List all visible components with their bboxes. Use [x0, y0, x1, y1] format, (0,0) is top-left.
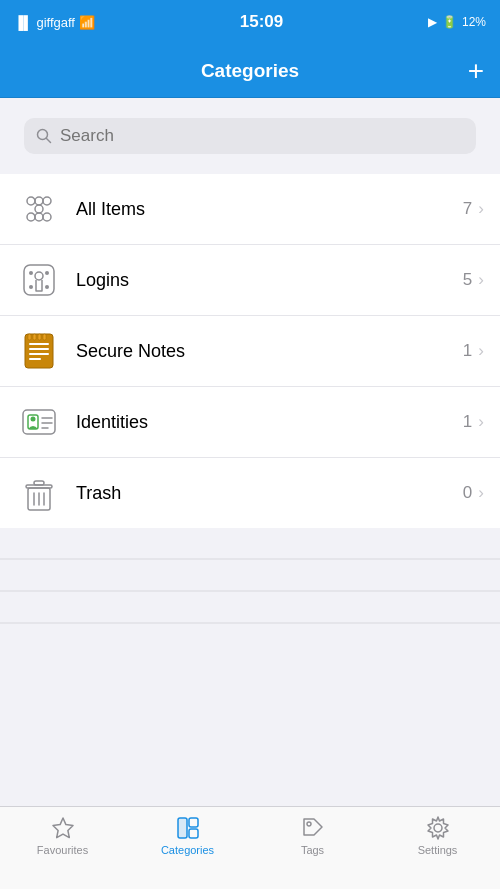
- svg-point-41: [307, 822, 311, 826]
- tab-label: Categories: [161, 844, 214, 856]
- svg-point-42: [434, 824, 442, 832]
- status-bar: ▐▌ giffgaff 📶 15:09 ▶ 🔋 12%: [0, 0, 500, 44]
- svg-rect-22: [33, 334, 36, 340]
- tab-categories[interactable]: Categories: [125, 815, 250, 856]
- category-count: 0: [463, 483, 472, 503]
- svg-rect-40: [189, 829, 198, 838]
- tab-favourites[interactable]: Favourites: [0, 815, 125, 856]
- category-count: 7: [463, 199, 472, 219]
- status-time: 15:09: [240, 12, 283, 32]
- carrier-name: giffgaff: [36, 15, 75, 30]
- svg-point-4: [27, 213, 35, 221]
- svg-point-12: [45, 271, 49, 275]
- svg-rect-33: [34, 481, 44, 485]
- svg-rect-38: [178, 818, 187, 838]
- category-label: Secure Notes: [76, 341, 463, 362]
- all-items-icon: [16, 186, 62, 232]
- status-right: ▶ 🔋 12%: [428, 15, 486, 29]
- status-left: ▐▌ giffgaff 📶: [14, 15, 95, 30]
- category-label: Trash: [76, 483, 463, 504]
- search-icon: [36, 128, 52, 144]
- divider: [0, 590, 500, 592]
- search-input[interactable]: [60, 126, 464, 146]
- categories-icon: [175, 815, 201, 841]
- svg-rect-39: [189, 818, 198, 827]
- svg-point-11: [29, 271, 33, 275]
- nav-bar: Categories +: [0, 44, 500, 98]
- svg-marker-37: [53, 818, 73, 838]
- secure-notes-icon: [16, 328, 62, 374]
- list-item[interactable]: Secure Notes 1 ›: [0, 316, 500, 387]
- add-category-button[interactable]: +: [468, 57, 484, 85]
- chevron-icon: ›: [478, 341, 484, 361]
- battery-percent: 12%: [462, 15, 486, 29]
- tab-tags[interactable]: Tags: [250, 815, 375, 856]
- svg-point-3: [43, 197, 51, 205]
- svg-rect-23: [38, 334, 41, 340]
- list-item[interactable]: All Items 7 ›: [0, 174, 500, 245]
- chevron-icon: ›: [478, 483, 484, 503]
- favourites-icon: [50, 815, 76, 841]
- tab-bar: Favourites Categories Tags Setti: [0, 806, 500, 889]
- search-bar[interactable]: [24, 118, 476, 154]
- settings-icon: [425, 815, 451, 841]
- svg-rect-21: [28, 334, 31, 340]
- wifi-icon: 📶: [79, 15, 95, 30]
- svg-point-27: [31, 417, 36, 422]
- svg-point-2: [27, 197, 35, 205]
- page-title: Categories: [201, 60, 299, 82]
- list-item[interactable]: Logins 5 ›: [0, 245, 500, 316]
- logins-icon: [16, 257, 62, 303]
- category-count: 5: [463, 270, 472, 290]
- tab-label: Tags: [301, 844, 324, 856]
- divider: [0, 622, 500, 624]
- location-icon: ▶: [428, 15, 437, 29]
- svg-point-8: [35, 213, 43, 221]
- category-label: Logins: [76, 270, 463, 291]
- carrier-signal: ▐▌: [14, 15, 32, 30]
- list-item[interactable]: Identities 1 ›: [0, 387, 500, 458]
- trash-icon: [16, 470, 62, 516]
- category-count: 1: [463, 341, 472, 361]
- identities-icon: [16, 399, 62, 445]
- search-bar-wrapper: [0, 98, 500, 170]
- chevron-icon: ›: [478, 412, 484, 432]
- svg-line-1: [47, 139, 51, 143]
- chevron-icon: ›: [478, 270, 484, 290]
- list-item[interactable]: Trash 0 ›: [0, 458, 500, 528]
- svg-point-5: [43, 213, 51, 221]
- battery-icon: 🔋: [442, 15, 457, 29]
- svg-point-6: [35, 197, 43, 205]
- categories-list: All Items 7 › Logins 5 ›: [0, 174, 500, 528]
- tab-settings[interactable]: Settings: [375, 815, 500, 856]
- svg-rect-24: [43, 334, 46, 340]
- svg-point-13: [29, 285, 33, 289]
- svg-point-7: [35, 205, 43, 213]
- category-count: 1: [463, 412, 472, 432]
- category-label: All Items: [76, 199, 463, 220]
- tags-icon: [300, 815, 326, 841]
- tab-label: Settings: [418, 844, 458, 856]
- chevron-icon: ›: [478, 199, 484, 219]
- svg-point-14: [45, 285, 49, 289]
- category-label: Identities: [76, 412, 463, 433]
- divider: [0, 558, 500, 560]
- svg-point-10: [35, 272, 43, 280]
- tab-label: Favourites: [37, 844, 88, 856]
